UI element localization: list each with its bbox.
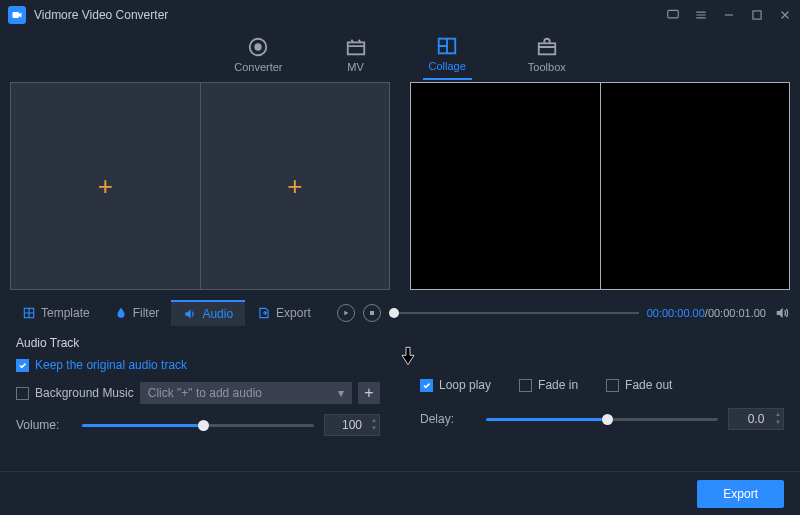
background-music-checkbox[interactable] [16,387,29,400]
menu-icon[interactable] [694,8,708,22]
fade-out-label: Fade out [625,378,672,392]
subtab-label: Audio [202,307,233,321]
volume-label: Volume: [16,418,72,432]
fade-in-checkbox[interactable] [519,379,532,392]
background-music-label: Background Music [35,386,134,400]
bottom-bar: Export [0,471,800,515]
volume-icon[interactable] [774,305,790,321]
play-button[interactable] [337,304,355,322]
volume-slider[interactable] [82,424,314,427]
background-music-dropdown[interactable]: Click "+" to add audio [140,382,352,404]
keep-original-row: Keep the original audio track [16,358,380,372]
dropdown-placeholder: Click "+" to add audio [148,386,262,400]
volume-spinner[interactable]: ▲▼ [371,416,377,432]
collage-editor: + + [10,82,390,294]
main-area: + + [0,82,800,294]
subtab-label: Export [276,306,311,320]
nav-item-mv[interactable]: MV [339,34,373,79]
maximize-icon[interactable] [750,8,764,22]
nav-item-converter[interactable]: Converter [228,34,288,79]
close-icon[interactable] [778,8,792,22]
collage-cell-1[interactable]: + [11,83,201,289]
subtab-export[interactable]: Export [245,300,323,326]
delay-spinner[interactable]: ▲▼ [775,410,781,426]
svg-rect-9 [370,311,374,315]
delay-knob[interactable] [602,414,613,425]
volume-row: Volume: 100 ▲▼ [16,414,380,436]
add-media-icon: + [287,171,302,202]
volume-value[interactable]: 100 ▲▼ [324,414,380,436]
stop-button[interactable] [363,304,381,322]
window-controls [666,8,792,22]
app-logo [8,6,26,24]
nav-label: Toolbox [528,61,566,73]
add-media-icon: + [98,171,113,202]
volume-knob[interactable] [198,420,209,431]
subtab-audio[interactable]: Audio [171,300,245,326]
subtab-template[interactable]: Template [10,300,102,326]
annotation-arrow-icon [400,346,416,369]
subtabs: Template Filter Audio Export [10,300,323,326]
fade-out-checkbox[interactable] [606,379,619,392]
preview-cell-1 [411,83,601,289]
delay-slider[interactable] [486,418,718,421]
top-nav: Converter MV Collage Toolbox [0,30,800,82]
nav-label: MV [347,61,364,73]
subtab-label: Filter [133,306,160,320]
app-title: Vidmore Video Converter [34,8,666,22]
preview-cell-2 [601,83,790,289]
subtab-filter[interactable]: Filter [102,300,172,326]
svg-point-4 [256,44,262,50]
titlebar: Vidmore Video Converter [0,0,800,30]
fade-in-label: Fade in [538,378,578,392]
add-audio-button[interactable]: + [358,382,380,404]
feedback-icon[interactable] [666,8,680,22]
keep-original-label: Keep the original audio track [35,358,187,372]
timeline-slider[interactable] [389,312,639,314]
subtab-label: Template [41,306,90,320]
timecode-current: 00:00:00.00 [647,307,705,319]
svg-rect-0 [13,12,20,18]
background-music-row: Background Music Click "+" to add audio … [16,382,380,404]
export-button[interactable]: Export [697,480,784,508]
player-controls: 00:00:00.00/00:00:01.00 [337,304,790,322]
minimize-icon[interactable] [722,8,736,22]
audio-panel: Audio Track Keep the original audio trac… [0,326,800,436]
subtabs-row: Template Filter Audio Export 00:00:00.00… [0,300,800,326]
keep-original-checkbox[interactable] [16,359,29,372]
delay-row: Delay: 0.0 ▲▼ [420,408,784,430]
svg-rect-7 [539,43,556,54]
collage-grid: + + [10,82,390,290]
delay-value[interactable]: 0.0 ▲▼ [728,408,784,430]
svg-rect-2 [753,11,761,19]
preview-grid [410,82,790,290]
loop-play-label: Loop play [439,378,491,392]
preview-pane [410,82,790,294]
nav-item-collage[interactable]: Collage [423,33,472,80]
loop-play-checkbox[interactable] [420,379,433,392]
timecode-total: 00:00:01.00 [708,307,766,319]
playback-options: Loop play Fade in Fade out [420,378,784,392]
svg-rect-5 [347,42,364,54]
collage-cell-2[interactable]: + [201,83,390,289]
nav-label: Converter [234,61,282,73]
timecode: 00:00:00.00/00:00:01.00 [647,307,766,319]
nav-item-toolbox[interactable]: Toolbox [522,34,572,79]
delay-label: Delay: [420,412,476,426]
nav-label: Collage [429,60,466,72]
timeline-knob[interactable] [389,308,399,318]
